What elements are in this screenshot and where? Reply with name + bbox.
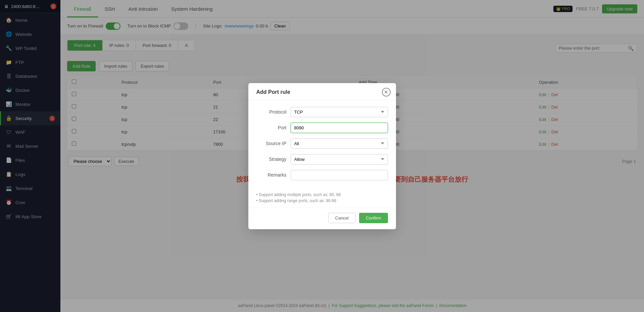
remarks-row: Remarks: [256, 170, 388, 180]
source-ip-row: Source IP All: [256, 138, 388, 149]
modal-header: Add Port rule: [248, 83, 396, 100]
port-label: Port: [256, 125, 287, 130]
confirm-button[interactable]: Confirm: [359, 213, 388, 223]
strategy-label: Strategy: [256, 157, 287, 162]
source-ip-label: Source IP: [256, 141, 287, 146]
modal-hints: • Support adding multiple ports, such as…: [248, 192, 396, 208]
protocol-select[interactable]: TCP: [291, 107, 388, 117]
hint-2: • Support adding range ports, such as: 9…: [256, 198, 388, 203]
modal-footer: Cancel Confirm: [248, 208, 396, 229]
modal-body: Protocol TCP Port Source IP All Strategy…: [248, 100, 396, 192]
protocol-label: Protocol: [256, 109, 287, 115]
source-ip-select[interactable]: All: [291, 138, 388, 149]
protocol-row: Protocol TCP: [256, 107, 388, 117]
cancel-button[interactable]: Cancel: [328, 213, 356, 223]
port-input[interactable]: [291, 123, 388, 133]
add-port-rule-modal: Add Port rule ✕ Protocol TCP Port Source…: [248, 83, 396, 229]
remarks-input[interactable]: [291, 170, 388, 180]
strategy-row: Strategy Allow: [256, 154, 388, 165]
remarks-label: Remarks: [256, 172, 287, 178]
strategy-select[interactable]: Allow: [291, 154, 388, 165]
hint-1: • Support adding multiple ports, such as…: [256, 192, 388, 197]
modal-overlay[interactable]: Add Port rule ✕ Protocol TCP Port Source…: [0, 0, 644, 312]
modal-close-button[interactable]: ✕: [382, 88, 391, 97]
port-row: Port: [256, 123, 388, 133]
